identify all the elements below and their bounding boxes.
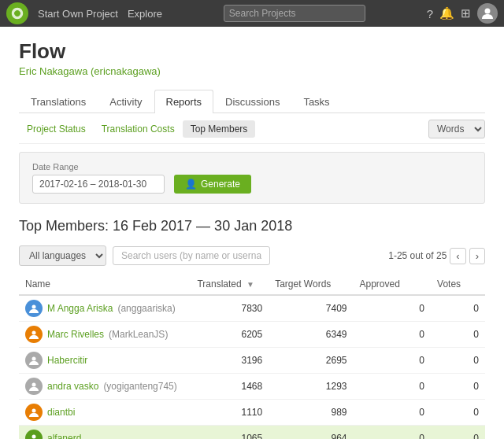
member-name-cell: diantbi [19, 400, 191, 426]
section-heading: Top Members: 16 Feb 2017 — 30 Jan 2018 [19, 218, 485, 234]
table-row[interactable]: diantbi 1110 989 0 0 [19, 400, 485, 426]
start-own-project-link[interactable]: Start Own Project [38, 8, 118, 20]
member-username: (anggaariska) [117, 303, 175, 314]
member-name[interactable]: Habercitir [47, 355, 87, 366]
date-range-input[interactable] [32, 175, 165, 194]
member-name[interactable]: alfanerd [47, 433, 81, 439]
svg-point-5 [32, 409, 36, 413]
member-approved: 0 [354, 374, 432, 400]
svg-point-1 [32, 305, 36, 309]
member-avatar [25, 352, 43, 369]
tab-translations[interactable]: Translations [19, 90, 98, 113]
member-avatar [25, 404, 43, 421]
search-container [172, 5, 417, 22]
member-name[interactable]: andra vasko [47, 381, 98, 392]
member-approved: 0 [354, 295, 432, 322]
member-target-words: 2695 [269, 348, 353, 374]
user-avatar[interactable] [477, 3, 498, 24]
next-page-button[interactable]: › [469, 248, 485, 264]
table-row[interactable]: Habercitir 3196 2695 0 0 [19, 348, 485, 374]
member-approved: 0 [354, 348, 432, 374]
grid-icon[interactable]: ⊞ [461, 6, 471, 20]
explore-link[interactable]: Explore [128, 8, 162, 20]
member-translated: 1110 [191, 400, 269, 426]
language-filter[interactable]: All languages [19, 245, 106, 266]
svg-point-4 [32, 383, 36, 387]
table-row[interactable]: M Angga Ariska (anggaariska) 7830 7409 0… [19, 295, 485, 322]
member-name-cell: Marc Rivelles (MarkLeanJS) [19, 322, 191, 348]
member-translated: 1468 [191, 374, 269, 400]
tab-reports[interactable]: Reports [154, 90, 214, 113]
subtab-translation-costs[interactable]: Translation Costs [94, 120, 183, 138]
col-header-votes: Votes [431, 274, 485, 295]
member-target-words: 7409 [269, 295, 353, 322]
member-votes: 0 [431, 322, 485, 348]
member-approved: 0 [354, 322, 432, 348]
table-header-row: Name Translated ▼ Target Words Approved … [19, 274, 485, 295]
sort-arrow-icon: ▼ [246, 280, 254, 289]
member-target-words: 1293 [269, 374, 353, 400]
member-translated: 3196 [191, 348, 269, 374]
svg-point-3 [32, 357, 36, 361]
member-approved: 0 [354, 400, 432, 426]
member-approved: 0 [354, 426, 432, 440]
member-votes: 0 [431, 400, 485, 426]
datebox: Date Range 👤 Generate [19, 152, 485, 204]
member-avatar [25, 300, 43, 317]
tab-activity[interactable]: Activity [98, 90, 154, 113]
help-icon[interactable]: ? [427, 7, 433, 20]
search-input[interactable] [224, 5, 365, 22]
datebox-field: Date Range [32, 162, 165, 194]
words-dropdown-container: Words Strings [428, 120, 485, 138]
project-title: Flow [19, 39, 485, 64]
member-username: (yogiganteng745) [103, 381, 176, 392]
words-select[interactable]: Words Strings [428, 120, 485, 138]
member-avatar [25, 378, 43, 395]
member-name[interactable]: diantbi [47, 407, 75, 418]
project-user[interactable]: Eric Nakagawa (ericnakagawa) [19, 65, 485, 77]
page-content: Flow Eric Nakagawa (ericnakagawa) Transl… [0, 27, 504, 439]
table-row[interactable]: alfanerd 1065 964 0 0 [19, 426, 485, 440]
col-header-translated[interactable]: Translated ▼ [191, 274, 269, 295]
member-name-cell: Habercitir [19, 348, 191, 374]
member-name[interactable]: M Angga Ariska [47, 303, 113, 314]
svg-point-6 [32, 435, 36, 439]
member-username: (MarkLeanJS) [109, 329, 168, 340]
member-votes: 0 [431, 295, 485, 322]
svg-point-2 [32, 331, 36, 335]
table-row[interactable]: Marc Rivelles (MarkLeanJS) 6205 6349 0 0 [19, 322, 485, 348]
member-votes: 0 [431, 426, 485, 440]
member-votes: 0 [431, 374, 485, 400]
nav-icons: ? 🔔 ⊞ [427, 3, 498, 24]
member-name-cell: andra vasko (yogiganteng745) [19, 374, 191, 400]
subtab-top-members[interactable]: Top Members [183, 120, 256, 138]
col-header-target: Target Words [269, 274, 353, 295]
table-row[interactable]: andra vasko (yogiganteng745) 1468 1293 0… [19, 374, 485, 400]
member-votes: 0 [431, 348, 485, 374]
col-header-name: Name [19, 274, 191, 295]
logo[interactable] [6, 2, 28, 24]
subtab-project-status[interactable]: Project Status [19, 120, 94, 138]
topnav: Start Own Project Explore ? 🔔 ⊞ [0, 0, 504, 27]
member-target-words: 989 [269, 400, 353, 426]
tab-discussions[interactable]: Discussions [213, 90, 291, 113]
person-icon: 👤 [185, 179, 197, 190]
tabs: Translations Activity Reports Discussion… [19, 90, 485, 113]
filters-row: All languages 1-25 out of 25 ‹ › [19, 245, 485, 266]
user-search-input[interactable] [113, 246, 270, 265]
svg-point-0 [485, 9, 491, 14]
member-name[interactable]: Marc Rivelles [47, 329, 104, 340]
member-translated: 6205 [191, 322, 269, 348]
member-name-cell: M Angga Ariska (anggaariska) [19, 295, 191, 322]
generate-button[interactable]: 👤 Generate [174, 175, 251, 194]
member-avatar [25, 326, 43, 343]
subtabs: Project Status Translation Costs Top Mem… [19, 113, 485, 144]
pagination-info: 1-25 out of 25 ‹ › [388, 248, 485, 264]
tab-tasks[interactable]: Tasks [291, 90, 341, 113]
prev-page-button[interactable]: ‹ [450, 248, 465, 264]
member-avatar [25, 430, 43, 439]
bell-icon[interactable]: 🔔 [439, 6, 454, 20]
member-name-cell: alfanerd [19, 426, 191, 440]
members-table: Name Translated ▼ Target Words Approved … [19, 274, 485, 439]
member-target-words: 6349 [269, 322, 353, 348]
